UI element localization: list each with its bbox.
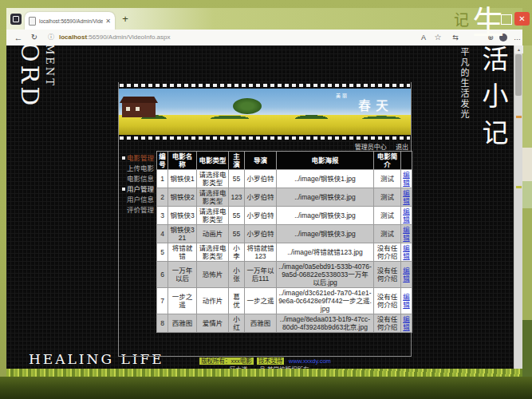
user-bar: 管理员中心 退出: [119, 141, 411, 151]
browser-window: localhost:56590/Admin/VideoInf ✕ + ✕ ← ↻…: [6, 8, 522, 377]
cell-director: 小罗伯特: [245, 225, 277, 243]
footer-line1: 版权所有：xxx电影 技术支持 www.xxxdy.com: [118, 358, 412, 365]
cell-star: 55: [229, 170, 245, 188]
edit-link[interactable]: 编辑: [403, 267, 410, 282]
url-path: :56590/Admin/VideoInfo.aspx: [87, 34, 170, 41]
wallpaper-fragment: [522, 208, 532, 320]
cell-action: 编辑: [401, 170, 412, 188]
cell-type: 爱情片: [197, 314, 229, 333]
cell-poster: ../image/钢铁侠2.jpg: [277, 188, 374, 207]
more-menu-icon[interactable]: …: [512, 30, 523, 45]
cell-id: 2: [157, 188, 168, 207]
cell-poster: ../image/d3c621ed-7a70-41e1-9e6a-0c6428e…: [277, 288, 374, 314]
edit-link[interactable]: 编辑: [403, 207, 410, 223]
cell-star: 55: [229, 225, 245, 243]
url-host: localhost: [59, 34, 87, 41]
cell-type: 请选择电影类型: [197, 243, 229, 262]
table-header-row: 编号电影名称电影类型主演导演电影海报电影简介: [157, 152, 412, 170]
cell-id: 5: [157, 243, 168, 262]
decor-word-ord: ORD: [16, 45, 44, 109]
cell-action: 编辑: [401, 314, 412, 333]
cell-id: 8: [157, 314, 168, 333]
scrollbar-thumb[interactable]: [515, 54, 522, 96]
wallpaper-fragment: [522, 320, 532, 377]
cell-id: 7: [157, 288, 168, 314]
cell-star: 小红: [229, 314, 245, 333]
address-bar[interactable]: localhost:56590/Admin/VideoInfo.aspx: [59, 30, 171, 45]
cell-type: 请选择电影类型: [197, 207, 229, 225]
cell-action: 编辑: [401, 207, 412, 225]
cell-star: 小李: [229, 243, 245, 262]
sidebar-item[interactable]: 电影信息: [119, 174, 154, 184]
column-header: 主演: [229, 152, 245, 170]
sidebar-item[interactable]: 上传电影: [119, 164, 154, 174]
column-header: 导演: [245, 152, 277, 170]
back-icon[interactable]: ←: [13, 30, 24, 45]
cell-director: 一步之遥: [245, 288, 277, 314]
sidebar-item[interactable]: 电影管理: [119, 153, 154, 164]
banner-tree: [233, 98, 262, 114]
site-info-icon[interactable]: ⓘ: [46, 30, 56, 45]
cell-intro: 测试: [374, 207, 401, 225]
table-row: 5将错就错请选择电影类型小李将错就错123../image/将错就错123.jp…: [157, 243, 412, 262]
cell-poster: ../image/钢铁侠3.jpg: [277, 225, 374, 243]
cell-name: 西雅图: [168, 314, 197, 333]
footer-link[interactable]: www.xxxdy.com: [289, 358, 331, 365]
cell-type: 动作片: [197, 288, 229, 314]
decor-word-ment: MENT: [44, 45, 56, 88]
browser-tab[interactable]: localhost:56590/Admin/VideoInf ✕: [25, 12, 115, 30]
edit-link[interactable]: 编辑: [403, 293, 410, 309]
edit-link[interactable]: 编辑: [403, 315, 410, 331]
cell-type: 动画片: [197, 225, 229, 243]
movies-table: 编号电影名称电影类型主演导演电影海报电影简介 1钢铁侠1请选择电影类型55小罗伯…: [156, 151, 412, 333]
window-close-button[interactable]: ✕: [514, 12, 530, 26]
edit-link[interactable]: 编辑: [403, 189, 410, 205]
collections-icon[interactable]: ⇆: [450, 30, 461, 45]
cell-action: 编辑: [401, 262, 412, 288]
footer-highlight-2: 技术支持: [257, 358, 284, 365]
cell-director: 小罗伯特: [245, 170, 277, 188]
filmstrip-dashes-top: [120, 84, 410, 87]
cell-intro: 没有任何介绍: [374, 288, 401, 314]
cell-director: 西雅图: [245, 314, 277, 333]
cell-type: 请选择电影类型: [197, 188, 229, 207]
sidebar-item[interactable]: 用户管理: [119, 184, 154, 195]
cell-director: 小罗伯特: [245, 207, 277, 225]
edit-link[interactable]: 编辑: [403, 244, 410, 260]
refresh-icon[interactable]: ↻: [29, 30, 40, 45]
cell-poster: ../image/将错就错123.jpg: [277, 243, 374, 262]
cell-intro: 测试: [374, 225, 401, 243]
favorites-icon[interactable]: ☆: [432, 30, 443, 45]
page-scrollbar[interactable]: ▲: [514, 45, 522, 377]
new-tab-button[interactable]: +: [120, 14, 131, 25]
cell-name: 一万年以后: [168, 262, 197, 288]
browser-toolbar: ← ↻ ⓘ localhost:56590/Admin/VideoInfo.as…: [6, 30, 522, 46]
tab-favicon-icon: [29, 17, 36, 26]
tab-close-icon[interactable]: ✕: [105, 18, 111, 25]
cell-poster: ../image/钢铁侠1.jpg: [277, 170, 374, 188]
table-row: 3钢铁侠3请选择电影类型55小罗伯特../image/钢铁侠3.jpg测试编辑: [157, 207, 412, 225]
scroll-up-icon[interactable]: ▲: [514, 45, 523, 53]
cell-id: 6: [157, 262, 168, 288]
cell-name: 钢铁侠1: [168, 170, 197, 188]
read-aloud-icon[interactable]: A: [418, 30, 429, 45]
edit-link[interactable]: 编辑: [403, 226, 410, 242]
browser-app-icon[interactable]: [10, 14, 22, 25]
sidebar-menu: 电影管理上传电影电影信息用户管理用户信息评价管理: [119, 151, 156, 333]
cell-type: 请选择电影类型: [197, 170, 229, 188]
logout-link[interactable]: 退出: [396, 144, 408, 151]
table-row: 4钢铁侠321动画片55小罗伯特../image/钢铁侠3.jpg测试编辑: [157, 225, 412, 243]
banner-small-label: 美丽: [336, 92, 349, 99]
sidebar-item[interactable]: 用户信息: [119, 195, 154, 205]
cell-intro: 测试: [374, 188, 401, 207]
bullet-icon: [122, 156, 125, 160]
decor-char-ji-small: 记: [454, 8, 469, 30]
cell-intro: 没有任何介绍: [374, 314, 401, 333]
scrollbar-mark: [516, 186, 522, 188]
sidebar-item[interactable]: 评价管理: [119, 205, 154, 215]
edit-link[interactable]: 编辑: [403, 171, 410, 187]
decor-char-sheng: 生: [472, 0, 504, 43]
table-body: 1钢铁侠1请选择电影类型55小罗伯特../image/钢铁侠1.jpg测试编辑2…: [157, 170, 412, 333]
admin-center-link[interactable]: 管理员中心: [355, 144, 387, 151]
cell-name: 将错就错: [168, 243, 197, 262]
